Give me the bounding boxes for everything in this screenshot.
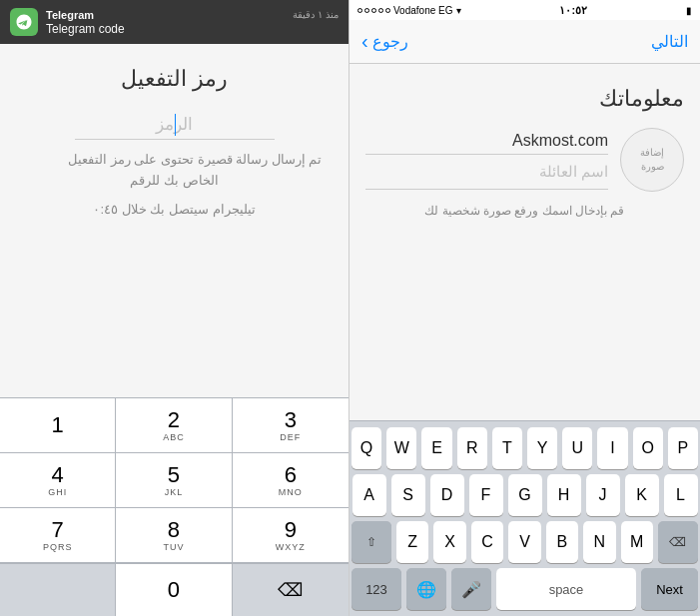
key-r[interactable]: R [457, 427, 487, 469]
kbd-row-3: ⇧ Z X C V B N M ⌫ [351, 521, 698, 563]
right-screen-title: معلوماتك [365, 86, 684, 112]
numpad-key-6[interactable]: 6 MNO [233, 453, 349, 508]
right-main-content: معلوماتك إضافة صورة Askmost.com اسم العا… [350, 64, 700, 420]
key-j[interactable]: J [586, 474, 620, 516]
numpad-key-0[interactable]: 0 [116, 564, 232, 616]
key-m[interactable]: M [621, 521, 653, 563]
last-name-field[interactable]: اسم العائلة [365, 155, 608, 190]
key-e[interactable]: E [421, 427, 451, 469]
key-o[interactable]: O [633, 427, 663, 469]
numbers-key[interactable]: 123 [351, 568, 401, 610]
key-g[interactable]: G [508, 474, 542, 516]
numpad-key-4[interactable]: 4 GHI [0, 453, 116, 508]
key-n[interactable]: N [583, 521, 615, 563]
key-b[interactable]: B [546, 521, 578, 563]
key-y[interactable]: Y [527, 427, 557, 469]
signal-dot-2 [364, 8, 369, 13]
numpad-key-9[interactable]: 9 WXYZ [233, 508, 349, 563]
notification-bar: Telegram منذ ١ دقيقة Telegram code [0, 0, 349, 44]
wifi-icon: ▾ [456, 5, 461, 16]
key-u[interactable]: U [562, 427, 592, 469]
next-label: التالي [651, 33, 688, 50]
kbd-row-2: A S D F G H J K L [351, 474, 698, 516]
telegram-icon [10, 8, 38, 36]
next-button[interactable]: التالي [651, 32, 688, 51]
text-cursor [175, 114, 177, 136]
numpad-key-5[interactable]: 5 JKL [116, 453, 232, 508]
numpad-key-8[interactable]: 8 TUV [116, 508, 232, 563]
key-f[interactable]: F [469, 474, 503, 516]
signal-dot-3 [371, 8, 376, 13]
key-l[interactable]: L [664, 474, 698, 516]
signal-dot-5 [385, 8, 390, 13]
key-t[interactable]: T [492, 427, 522, 469]
left-screen-title: رمز التفعيل [20, 66, 329, 92]
key-q[interactable]: Q [351, 427, 381, 469]
chevron-left-icon: ‹ [361, 30, 368, 53]
key-z[interactable]: Z [396, 521, 428, 563]
globe-key[interactable]: 🌐 [406, 568, 446, 610]
space-key[interactable]: space [496, 568, 636, 610]
back-button[interactable]: ‹ رجوع [361, 30, 408, 53]
code-input-wrapper[interactable]: الرمز [75, 110, 275, 140]
return-key[interactable]: Next [641, 568, 698, 610]
shift-key[interactable]: ⇧ [351, 521, 391, 563]
qwerty-keyboard: Q W E R T Y U I O P A S D F G H J K L ⇧ … [350, 420, 700, 616]
key-d[interactable]: D [430, 474, 464, 516]
key-s[interactable]: S [391, 474, 425, 516]
notif-time: منذ ١ دقيقة [293, 9, 339, 20]
notif-app-name: Telegram [46, 9, 94, 21]
right-hint: قم بإدخال اسمك ورفع صورة شخصية لك [365, 202, 684, 220]
microphone-key[interactable]: 🎤 [451, 568, 491, 610]
numpad-key-1[interactable]: 1 [0, 398, 116, 453]
carrier-name: Vodafone EG [393, 5, 453, 16]
code-input-row: الرمز [20, 110, 329, 140]
key-x[interactable]: X [433, 521, 465, 563]
key-w[interactable]: W [386, 427, 416, 469]
back-label: رجوع [372, 32, 408, 51]
numpad-keyboard: 1 2 ABC 3 DEF 4 GHI 5 JKL 6 MNO 7 PQRS 8 [0, 397, 349, 563]
numpad-key-empty [0, 564, 116, 616]
numpad-key-7[interactable]: 7 PQRS [0, 508, 116, 563]
name-fields: Askmost.com اسم العائلة [365, 128, 608, 190]
key-v[interactable]: V [508, 521, 540, 563]
key-k[interactable]: K [625, 474, 659, 516]
numpad-key-2[interactable]: 2 ABC [116, 398, 232, 453]
kbd-bottom-row: 123 🌐 🎤 space Next [351, 568, 698, 610]
key-a[interactable]: A [352, 474, 386, 516]
status-time: ١٠:٥٢ [559, 4, 587, 17]
numpad-delete-key[interactable]: ⌫ [233, 564, 349, 616]
nav-bar: ‹ رجوع التالي [350, 20, 700, 64]
status-right: ▮ [686, 5, 692, 16]
battery-icon: ▮ [686, 5, 692, 16]
keyboard-delete-key[interactable]: ⌫ [658, 521, 698, 563]
numpad-bottom-row: 0 ⌫ [0, 563, 349, 616]
signal-dot-4 [378, 8, 383, 13]
kbd-row-1: Q W E R T Y U I O P [351, 427, 698, 469]
signal-dot-1 [357, 8, 362, 13]
signal-bars [357, 8, 390, 13]
notif-title: Telegram code [46, 22, 339, 36]
key-c[interactable]: C [471, 521, 503, 563]
left-description: تم إرسال رسالة قصيرة تحتوى على رمز التفع… [20, 150, 329, 192]
left-main-content: رمز التفعيل الرمز تم إرسال رسالة قصيرة ت… [0, 44, 349, 397]
right-panel: Vodafone EG ▾ ١٠:٥٢ ▮ ‹ رجوع التالي معلو… [350, 0, 700, 616]
status-bar: Vodafone EG ▾ ١٠:٥٢ ▮ [350, 0, 700, 20]
left-panel: Telegram منذ ١ دقيقة Telegram code رمز ا… [0, 0, 350, 616]
left-timer: تيليجرام سيتصل بك خلال ٠:٤٥ [20, 202, 329, 217]
avatar-label: إضافة صورة [640, 146, 664, 174]
first-name-field[interactable]: Askmost.com [365, 128, 608, 155]
avatar-upload[interactable]: إضافة صورة [620, 128, 684, 192]
profile-row: إضافة صورة Askmost.com اسم العائلة [365, 128, 684, 192]
status-left: Vodafone EG ▾ [357, 5, 461, 16]
key-p[interactable]: P [668, 427, 698, 469]
key-i[interactable]: I [597, 427, 627, 469]
numpad-key-3[interactable]: 3 DEF [233, 398, 349, 453]
notification-content: Telegram منذ ١ دقيقة Telegram code [46, 9, 339, 36]
key-h[interactable]: H [547, 474, 581, 516]
